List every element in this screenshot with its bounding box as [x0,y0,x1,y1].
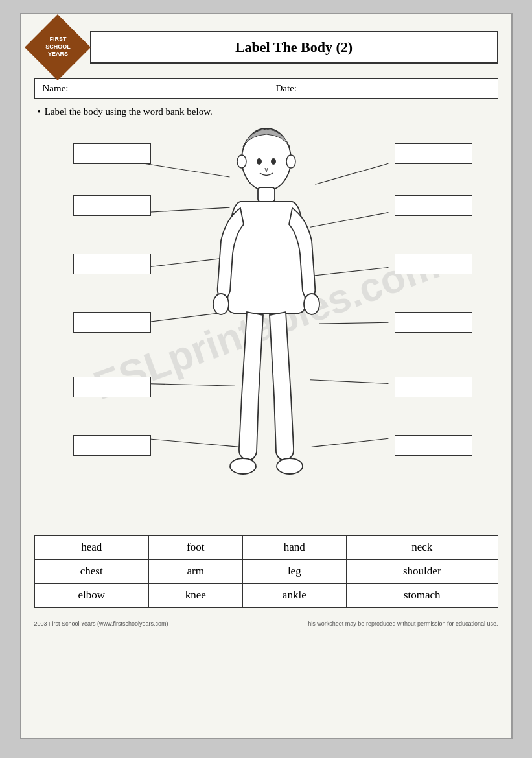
footer-left: 2003 First School Years (www.firstschool… [34,621,168,627]
worksheet-title: Label The Body (2) [90,31,498,64]
label-box-right-2[interactable] [395,195,472,216]
word-bank-cell-1-0: chest [34,560,148,584]
body-figure [195,124,338,513]
instruction-text: •Label the body using the word bank belo… [34,106,498,117]
word-bank-cell-2-1: knee [148,584,242,608]
diagram-area: ESLprintables.com [34,124,498,526]
word-bank-cell-2-0: elbow [34,584,148,608]
logo-text: FIRST SCHOOL YEARS [45,36,70,58]
word-bank-cell-0-2: hand [242,536,347,560]
footer-right: This worksheet may be reproduced without… [305,621,498,627]
name-field[interactable]: Name: [43,83,257,94]
label-box-right-1[interactable] [395,143,472,164]
svg-rect-13 [258,187,275,202]
word-bank-cell-1-3: shoulder [347,560,498,584]
label-box-left-4[interactable] [73,312,151,333]
label-box-left-5[interactable] [73,377,151,397]
label-box-right-4[interactable] [395,312,472,333]
label-box-left-3[interactable] [73,254,151,274]
name-date-row: Name: Date: [34,78,498,99]
word-bank-cell-0-0: head [34,536,148,560]
logo-diamond: FIRST SCHOOL YEARS [25,14,91,80]
bullet-point: • [38,106,41,117]
word-bank-cell-1-1: arm [148,560,242,584]
header-row: FIRST SCHOOL YEARS Label The Body (2) [34,24,498,71]
svg-point-19 [271,158,276,165]
svg-point-21 [286,155,295,168]
word-bank-table: headfoothandneckchestarmlegshoulderelbow… [34,535,498,608]
word-bank-cell-1-2: leg [242,560,347,584]
label-box-right-3[interactable] [395,254,472,274]
svg-point-17 [277,458,303,474]
word-bank-cell-2-2: ankle [242,584,347,608]
word-bank-cell-2-3: stomach [347,584,498,608]
svg-point-14 [213,294,229,314]
date-field[interactable]: Date: [257,83,490,94]
label-box-right-5[interactable] [395,377,472,397]
label-box-right-6[interactable] [395,435,472,456]
word-bank-cell-0-1: foot [148,536,242,560]
svg-point-15 [304,294,319,314]
word-bank-cell-0-3: neck [347,536,498,560]
label-box-left-2[interactable] [73,195,151,216]
footer: 2003 First School Years (www.firstschool… [34,617,498,627]
svg-point-20 [237,155,246,168]
svg-point-18 [257,158,262,165]
svg-point-16 [230,458,256,474]
worksheet-page: FIRST SCHOOL YEARS Label The Body (2) Na… [20,13,513,739]
label-box-left-6[interactable] [73,435,151,456]
label-box-left-1[interactable] [73,143,151,164]
